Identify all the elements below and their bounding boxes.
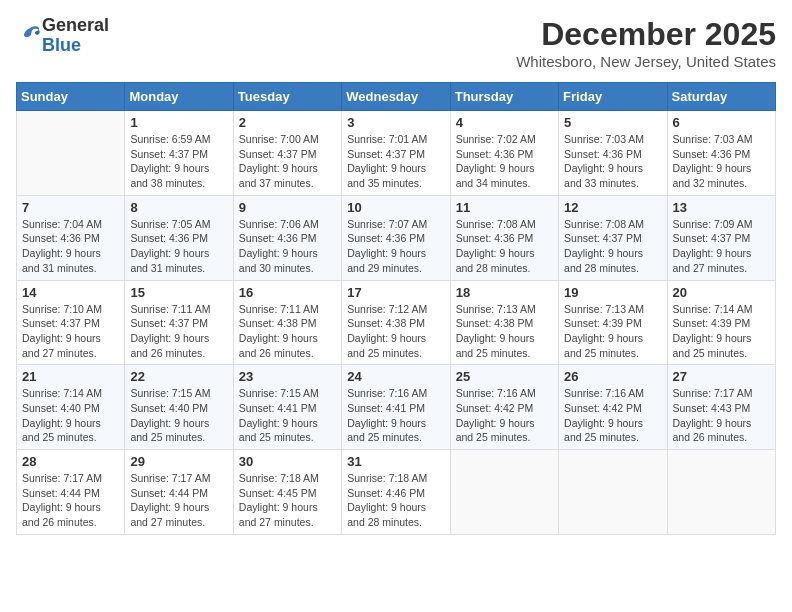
calendar-cell: 5Sunrise: 7:03 AMSunset: 4:36 PMDaylight…: [559, 111, 667, 196]
day-info: Sunrise: 7:15 AMSunset: 4:41 PMDaylight:…: [239, 386, 336, 445]
day-number: 14: [22, 285, 119, 300]
calendar-cell: 7Sunrise: 7:04 AMSunset: 4:36 PMDaylight…: [17, 195, 125, 280]
calendar-header: SundayMondayTuesdayWednesdayThursdayFrid…: [17, 83, 776, 111]
calendar-cell: [559, 450, 667, 535]
calendar-week-row: 21Sunrise: 7:14 AMSunset: 4:40 PMDayligh…: [17, 365, 776, 450]
day-info: Sunrise: 6:59 AMSunset: 4:37 PMDaylight:…: [130, 132, 227, 191]
calendar-cell: 6Sunrise: 7:03 AMSunset: 4:36 PMDaylight…: [667, 111, 775, 196]
calendar-cell: 22Sunrise: 7:15 AMSunset: 4:40 PMDayligh…: [125, 365, 233, 450]
day-info: Sunrise: 7:12 AMSunset: 4:38 PMDaylight:…: [347, 302, 444, 361]
calendar-cell: 26Sunrise: 7:16 AMSunset: 4:42 PMDayligh…: [559, 365, 667, 450]
day-number: 27: [673, 369, 770, 384]
day-header-monday: Monday: [125, 83, 233, 111]
calendar-cell: 28Sunrise: 7:17 AMSunset: 4:44 PMDayligh…: [17, 450, 125, 535]
day-number: 2: [239, 115, 336, 130]
day-info: Sunrise: 7:17 AMSunset: 4:44 PMDaylight:…: [22, 471, 119, 530]
day-number: 21: [22, 369, 119, 384]
day-info: Sunrise: 7:06 AMSunset: 4:36 PMDaylight:…: [239, 217, 336, 276]
month-title: December 2025: [516, 16, 776, 53]
day-info: Sunrise: 7:14 AMSunset: 4:40 PMDaylight:…: [22, 386, 119, 445]
day-info: Sunrise: 7:10 AMSunset: 4:37 PMDaylight:…: [22, 302, 119, 361]
day-number: 12: [564, 200, 661, 215]
day-info: Sunrise: 7:17 AMSunset: 4:44 PMDaylight:…: [130, 471, 227, 530]
header: General Blue December 2025 Whitesboro, N…: [16, 16, 776, 70]
day-number: 10: [347, 200, 444, 215]
day-info: Sunrise: 7:11 AMSunset: 4:38 PMDaylight:…: [239, 302, 336, 361]
day-info: Sunrise: 7:16 AMSunset: 4:42 PMDaylight:…: [564, 386, 661, 445]
day-info: Sunrise: 7:05 AMSunset: 4:36 PMDaylight:…: [130, 217, 227, 276]
day-header-friday: Friday: [559, 83, 667, 111]
day-info: Sunrise: 7:14 AMSunset: 4:39 PMDaylight:…: [673, 302, 770, 361]
day-info: Sunrise: 7:18 AMSunset: 4:45 PMDaylight:…: [239, 471, 336, 530]
day-info: Sunrise: 7:15 AMSunset: 4:40 PMDaylight:…: [130, 386, 227, 445]
day-info: Sunrise: 7:04 AMSunset: 4:36 PMDaylight:…: [22, 217, 119, 276]
calendar-cell: 16Sunrise: 7:11 AMSunset: 4:38 PMDayligh…: [233, 280, 341, 365]
day-headers-row: SundayMondayTuesdayWednesdayThursdayFrid…: [17, 83, 776, 111]
day-number: 24: [347, 369, 444, 384]
day-number: 11: [456, 200, 553, 215]
calendar-cell: [17, 111, 125, 196]
day-number: 3: [347, 115, 444, 130]
calendar-cell: 21Sunrise: 7:14 AMSunset: 4:40 PMDayligh…: [17, 365, 125, 450]
calendar-cell: 17Sunrise: 7:12 AMSunset: 4:38 PMDayligh…: [342, 280, 450, 365]
day-number: 28: [22, 454, 119, 469]
day-number: 13: [673, 200, 770, 215]
calendar-cell: 25Sunrise: 7:16 AMSunset: 4:42 PMDayligh…: [450, 365, 558, 450]
calendar-week-row: 1Sunrise: 6:59 AMSunset: 4:37 PMDaylight…: [17, 111, 776, 196]
day-number: 18: [456, 285, 553, 300]
calendar-cell: 24Sunrise: 7:16 AMSunset: 4:41 PMDayligh…: [342, 365, 450, 450]
calendar-cell: 9Sunrise: 7:06 AMSunset: 4:36 PMDaylight…: [233, 195, 341, 280]
calendar-cell: 19Sunrise: 7:13 AMSunset: 4:39 PMDayligh…: [559, 280, 667, 365]
calendar-cell: 20Sunrise: 7:14 AMSunset: 4:39 PMDayligh…: [667, 280, 775, 365]
day-info: Sunrise: 7:08 AMSunset: 4:37 PMDaylight:…: [564, 217, 661, 276]
day-number: 22: [130, 369, 227, 384]
calendar-cell: 8Sunrise: 7:05 AMSunset: 4:36 PMDaylight…: [125, 195, 233, 280]
day-info: Sunrise: 7:02 AMSunset: 4:36 PMDaylight:…: [456, 132, 553, 191]
day-info: Sunrise: 7:03 AMSunset: 4:36 PMDaylight:…: [564, 132, 661, 191]
day-number: 23: [239, 369, 336, 384]
logo-general: General: [42, 16, 109, 36]
calendar-cell: 12Sunrise: 7:08 AMSunset: 4:37 PMDayligh…: [559, 195, 667, 280]
calendar-cell: 29Sunrise: 7:17 AMSunset: 4:44 PMDayligh…: [125, 450, 233, 535]
day-number: 1: [130, 115, 227, 130]
calendar-cell: 18Sunrise: 7:13 AMSunset: 4:38 PMDayligh…: [450, 280, 558, 365]
day-number: 29: [130, 454, 227, 469]
day-info: Sunrise: 7:01 AMSunset: 4:37 PMDaylight:…: [347, 132, 444, 191]
logo-text: General Blue: [42, 16, 109, 56]
day-number: 30: [239, 454, 336, 469]
logo-bird-icon: [18, 22, 42, 46]
day-info: Sunrise: 7:18 AMSunset: 4:46 PMDaylight:…: [347, 471, 444, 530]
logo: General Blue: [16, 16, 109, 56]
calendar-cell: 23Sunrise: 7:15 AMSunset: 4:41 PMDayligh…: [233, 365, 341, 450]
day-info: Sunrise: 7:11 AMSunset: 4:37 PMDaylight:…: [130, 302, 227, 361]
day-number: 19: [564, 285, 661, 300]
calendar-cell: 11Sunrise: 7:08 AMSunset: 4:36 PMDayligh…: [450, 195, 558, 280]
calendar-cell: [667, 450, 775, 535]
day-number: 20: [673, 285, 770, 300]
calendar-cell: 31Sunrise: 7:18 AMSunset: 4:46 PMDayligh…: [342, 450, 450, 535]
day-number: 26: [564, 369, 661, 384]
logo-blue: Blue: [42, 36, 109, 56]
calendar-cell: 2Sunrise: 7:00 AMSunset: 4:37 PMDaylight…: [233, 111, 341, 196]
day-number: 25: [456, 369, 553, 384]
day-info: Sunrise: 7:08 AMSunset: 4:36 PMDaylight:…: [456, 217, 553, 276]
day-number: 15: [130, 285, 227, 300]
day-header-sunday: Sunday: [17, 83, 125, 111]
day-number: 9: [239, 200, 336, 215]
day-number: 4: [456, 115, 553, 130]
day-info: Sunrise: 7:17 AMSunset: 4:43 PMDaylight:…: [673, 386, 770, 445]
day-number: 8: [130, 200, 227, 215]
location-title: Whitesboro, New Jersey, United States: [516, 53, 776, 70]
day-info: Sunrise: 7:07 AMSunset: 4:36 PMDaylight:…: [347, 217, 444, 276]
day-header-wednesday: Wednesday: [342, 83, 450, 111]
day-info: Sunrise: 7:03 AMSunset: 4:36 PMDaylight:…: [673, 132, 770, 191]
day-number: 6: [673, 115, 770, 130]
title-section: December 2025 Whitesboro, New Jersey, Un…: [516, 16, 776, 70]
day-number: 31: [347, 454, 444, 469]
day-header-saturday: Saturday: [667, 83, 775, 111]
day-number: 17: [347, 285, 444, 300]
day-number: 16: [239, 285, 336, 300]
calendar-week-row: 14Sunrise: 7:10 AMSunset: 4:37 PMDayligh…: [17, 280, 776, 365]
calendar-cell: 27Sunrise: 7:17 AMSunset: 4:43 PMDayligh…: [667, 365, 775, 450]
calendar-cell: 14Sunrise: 7:10 AMSunset: 4:37 PMDayligh…: [17, 280, 125, 365]
